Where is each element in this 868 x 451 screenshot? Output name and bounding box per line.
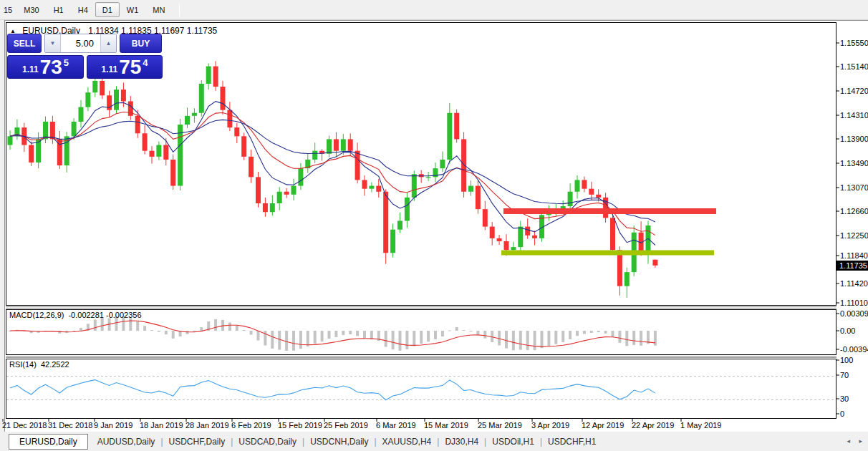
timeframe-button-H4[interactable]: H4 — [71, 2, 95, 17]
sell-price-pip-digit: 5 — [64, 57, 69, 78]
date-tick-label: 1 May 2019 — [680, 421, 721, 430]
date-tick-label: 22 Apr 2019 — [632, 421, 674, 430]
tab-usdoil-h1[interactable]: USDOil,H1 — [487, 435, 539, 449]
date-tick-label: 25 Feb 2019 — [324, 421, 368, 430]
sell-price-prefix: 1.11 — [22, 64, 39, 74]
macd-indicator-label: MACD(12,26,9)-0.002281 -0.002356 — [9, 311, 142, 319]
buy-price-prefix: 1.11 — [101, 64, 117, 74]
timeframe-button-M30[interactable]: M30 — [16, 2, 46, 17]
date-tick-label: 12 Apr 2019 — [582, 421, 624, 430]
rsi-indicator-label: RSI(14)42.2522 — [9, 360, 69, 369]
date-tick-label: 28 Jan 2019 — [185, 421, 229, 430]
tab-usdcnh-daily[interactable]: USDCNH,Daily — [305, 435, 373, 449]
date-tick-label: 15 Mar 2019 — [424, 421, 468, 430]
date-tick-label: 6 Mar 2019 — [376, 421, 416, 430]
timeframe-button-H1[interactable]: H1 — [47, 2, 71, 17]
rsi-line — [10, 380, 655, 400]
volume-decrease-button[interactable]: ▼ — [45, 34, 61, 52]
timeframe-toolbar: 15M30H1H4D1W1MN — [0, 0, 868, 20]
price-tick-label: 1.14720 — [840, 87, 868, 95]
date-tick-label: 21 Dec 2018 — [2, 421, 47, 430]
current-price-label: 1.11735 — [836, 261, 868, 271]
price-tick-label: 1.15550 — [840, 39, 868, 47]
volume-input[interactable]: 5.00 — [61, 34, 100, 52]
macd-tick-label: 0.003095 — [840, 309, 868, 318]
date-tick-label: 3 Apr 2019 — [531, 421, 569, 430]
macd-current-values: -0.002281 -0.002356 — [68, 311, 141, 319]
rsi-tick-label: 0 — [840, 409, 844, 418]
one-click-trading-panel: SELL ▼ 5.00 ▲ BUY 1.11 73 5 1.11 75 4 — [7, 34, 165, 79]
price-tick-label: 1.13490 — [840, 159, 868, 168]
chart-tabs: EURUSD,DailyAUDUSD,Daily|USDCHF,Daily|US… — [0, 434, 601, 450]
tab-audusd-daily[interactable]: AUDUSD,Daily — [92, 435, 160, 449]
toolbar-separator — [179, 4, 180, 16]
tab-usdchf-h1[interactable]: USDCHF,H1 — [543, 435, 601, 449]
price-tick-label: 1.11420 — [840, 279, 868, 288]
ma-line-7 — [10, 102, 655, 246]
sell-button[interactable]: SELL — [7, 34, 42, 53]
trading-platform: 15M30H1H4D1W1MN ▲ EURUSD,Daily 1.11834 1… — [0, 0, 868, 451]
timeframe-button-D1[interactable]: D1 — [95, 2, 120, 17]
tab-xauusd-h4[interactable]: XAUUSD,H4 — [377, 435, 437, 449]
tab-scroll-left-icon[interactable]: ◂ — [847, 437, 850, 445]
tab-dj30-h4[interactable]: DJ30,H4 — [440, 435, 483, 449]
sell-price-display[interactable]: 1.11 73 5 — [7, 55, 84, 79]
date-tick-label: 15 Feb 2019 — [278, 421, 322, 430]
date-tick-label: 18 Jan 2019 — [140, 421, 183, 430]
price-tick-label: 1.13070 — [840, 183, 868, 192]
macd-tick-label: -0.003947 — [840, 345, 868, 354]
rsi-tick-label: 100 — [840, 356, 853, 364]
timeframe-button-W1[interactable]: W1 — [120, 2, 146, 17]
rsi-name: RSI(14) — [9, 360, 37, 369]
timeframe-button-MN[interactable]: MN — [145, 2, 172, 17]
date-tick-label: 9 Jan 2019 — [94, 421, 132, 430]
price-tick-label: 1.13900 — [840, 135, 868, 143]
chart-tab-bar: EURUSD,DailyAUDUSD,Daily|USDCHF,Daily|US… — [0, 432, 868, 451]
tab-eurusd-daily[interactable]: EURUSD,Daily — [9, 434, 88, 450]
rsi-current-value: 42.2522 — [41, 360, 69, 369]
price-tick-label: 1.11840 — [840, 251, 868, 260]
buy-price-pip-digit: 4 — [143, 57, 148, 78]
buy-price-display[interactable]: 1.11 75 4 — [87, 55, 163, 79]
tab-scroll-controls: ◂ ▸ — [839, 437, 862, 445]
date-tick-label: 31 Dec 2018 — [48, 421, 92, 430]
tab-usdcad-daily[interactable]: USDCAD,Daily — [233, 435, 302, 449]
rsi-tick-label: 30 — [840, 394, 849, 403]
price-tick-label: 1.15140 — [840, 62, 868, 71]
support-line[interactable] — [501, 251, 714, 256]
timeframe-button-15[interactable]: 15 — [1, 2, 16, 17]
rsi-tick-label: 70 — [840, 371, 849, 379]
tab-scroll-right-icon[interactable]: ▸ — [859, 437, 862, 445]
volume-increase-button[interactable]: ▲ — [100, 34, 116, 52]
panel-splitter-macd[interactable] — [6, 306, 836, 309]
buy-button[interactable]: BUY — [120, 34, 162, 53]
timeframe-buttons: 15M30H1H4D1W1MN — [0, 0, 172, 12]
sell-price-big-digits: 73 — [40, 56, 62, 78]
price-tick-label: 1.14310 — [840, 111, 868, 120]
axis-tick-marks — [3, 43, 839, 422]
macd-name: MACD(12,26,9) — [9, 311, 64, 319]
date-tick-label: 6 Feb 2019 — [231, 421, 271, 430]
candlestick-series — [8, 61, 658, 298]
resistance-line[interactable] — [503, 208, 716, 214]
ma-line-28 — [10, 120, 655, 222]
panel-splitter-rsi[interactable] — [6, 356, 836, 358]
macd-tick-label: 0.00 — [840, 326, 855, 335]
price-tick-label: 1.12660 — [840, 207, 868, 215]
volume-stepper: ▼ 5.00 ▲ — [44, 34, 117, 53]
buy-price-big-digits: 75 — [119, 56, 141, 78]
price-tick-label: 1.11010 — [840, 299, 868, 307]
date-tick-label: 25 Mar 2019 — [478, 421, 522, 430]
ma-line-14 — [10, 112, 655, 236]
tab-usdchf-daily[interactable]: USDCHF,Daily — [164, 435, 231, 449]
macd-signal-line — [10, 321, 655, 346]
price-tick-label: 1.12250 — [840, 231, 868, 240]
